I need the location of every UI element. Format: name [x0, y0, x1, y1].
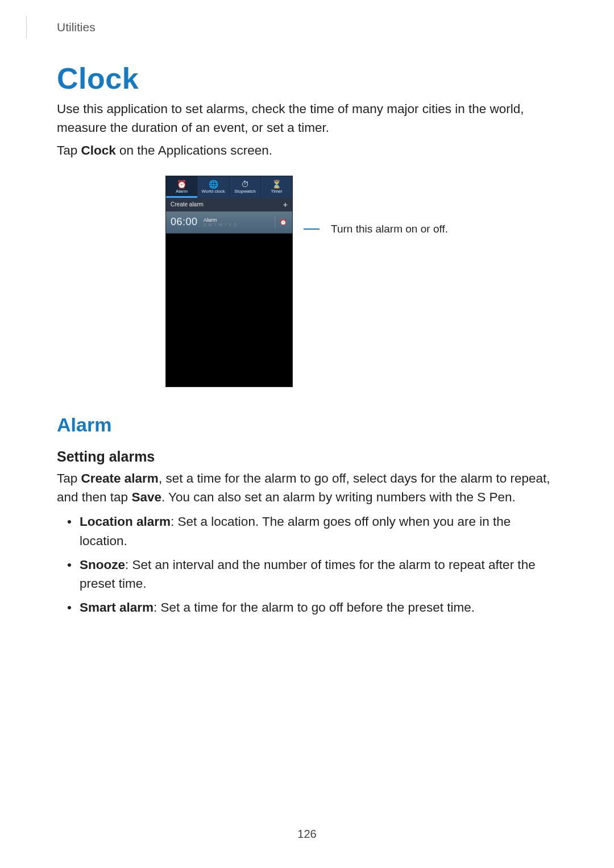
- tap-line-pre: Tap: [57, 143, 81, 157]
- alarm-time: 06:00: [171, 216, 204, 228]
- tab-world-clock-label: World clock: [202, 189, 225, 194]
- alarm-icon: ⏰: [177, 180, 186, 188]
- bullet-list: Location alarm: Set a location. The alar…: [57, 512, 557, 617]
- phone-screenshot: ⏰ Alarm 🌐 World clock ⏱ Stopwatch ⏳ Time…: [166, 176, 292, 387]
- alarm-row[interactable]: 06:00 Alarm S M T W T F S ⏰: [166, 211, 292, 234]
- create-alarm-label: Create alarm: [171, 201, 204, 207]
- bullet-smart-alarm: Smart alarm: Set a time for the alarm to…: [80, 598, 557, 617]
- page-title: Clock: [57, 61, 557, 95]
- bullet-bold: Snooze: [80, 558, 125, 572]
- sb-b1: Create alarm: [81, 471, 159, 485]
- tab-stopwatch[interactable]: ⏱ Stopwatch: [230, 176, 262, 198]
- alarm-separator: [275, 216, 275, 229]
- sb-p1: Tap: [57, 471, 81, 485]
- alarm-label: Alarm: [204, 217, 271, 223]
- create-alarm-row[interactable]: Create alarm +: [166, 198, 292, 211]
- timer-icon: ⏳: [272, 180, 281, 188]
- tab-alarm-label: Alarm: [176, 189, 188, 194]
- alarm-days: S M T W T F S: [204, 223, 271, 227]
- setting-alarms-heading: Setting alarms: [57, 448, 557, 465]
- bullet-bold: Smart alarm: [80, 600, 154, 614]
- sb-p3: . You can also set an alarm by writing n…: [161, 490, 516, 504]
- bullet-rest: : Set a time for the alarm to go off bef…: [154, 600, 475, 614]
- tab-timer[interactable]: ⏳ Timer: [261, 176, 292, 198]
- section-header: Utilities: [57, 20, 96, 34]
- tap-line-bold: Clock: [81, 143, 116, 157]
- alarm-meta: Alarm S M T W T F S: [204, 217, 271, 227]
- intro-paragraph: Use this application to set alarms, chec…: [57, 100, 557, 137]
- callout-line: [304, 229, 320, 230]
- world-clock-icon: 🌐: [209, 180, 218, 188]
- callout-text: Turn this alarm on or off.: [331, 223, 448, 235]
- tab-timer-label: Timer: [271, 189, 283, 194]
- clock-tabs: ⏰ Alarm 🌐 World clock ⏱ Stopwatch ⏳ Time…: [166, 176, 292, 198]
- bullet-snooze: Snooze: Set an interval and the number o…: [80, 555, 557, 594]
- stopwatch-icon: ⏱: [241, 180, 249, 188]
- tab-stopwatch-label: Stopwatch: [234, 189, 255, 194]
- tap-line-post: on the Applications screen.: [116, 143, 272, 157]
- plus-icon[interactable]: +: [283, 200, 288, 209]
- header-rule: [26, 16, 27, 39]
- page-number: 126: [0, 828, 614, 841]
- figure-wrap: ⏰ Alarm 🌐 World clock ⏱ Stopwatch ⏳ Time…: [57, 176, 557, 387]
- alarm-heading: Alarm: [57, 414, 557, 436]
- bullet-bold: Location alarm: [80, 514, 171, 529]
- alarm-toggle-button[interactable]: ⏰: [279, 218, 288, 227]
- tab-world-clock[interactable]: 🌐 World clock: [198, 176, 230, 198]
- bullet-rest: : Set an interval and the number of time…: [80, 558, 536, 591]
- sb-b2: Save: [131, 490, 161, 504]
- setting-alarms-body: Tap Create alarm, set a time for the ala…: [57, 470, 557, 506]
- tab-alarm[interactable]: ⏰ Alarm: [166, 176, 198, 198]
- tap-clock-line: Tap Clock on the Applications screen.: [57, 142, 557, 160]
- alarm-toggle-icon: ⏰: [280, 219, 287, 225]
- bullet-location-alarm: Location alarm: Set a location. The alar…: [80, 512, 557, 551]
